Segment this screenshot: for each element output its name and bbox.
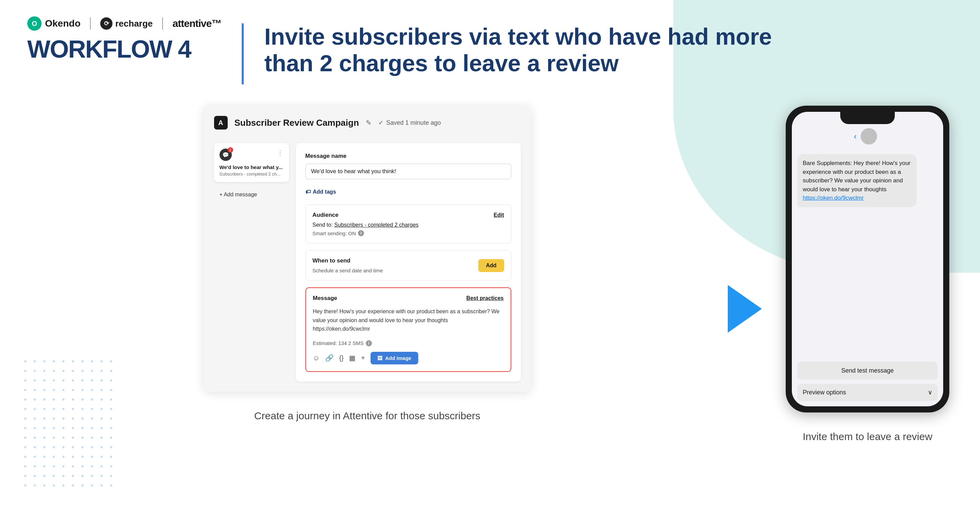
attentive-sidebar: 💬 2 We'd love to hear what y... Subscrib… [214, 143, 289, 381]
emoji-icon[interactable]: ☺ [313, 354, 320, 362]
message-name-label: Message name [305, 153, 511, 159]
message-body: Hey there! How's your experience with ou… [313, 307, 504, 333]
sidebar-message-card[interactable]: 💬 2 We'd love to hear what y... Subscrib… [214, 143, 289, 182]
audience-edit-link[interactable]: Edit [493, 212, 504, 218]
right-panel: ‹ Bare Supplements: Hey there! How's you… [782, 106, 953, 444]
header-title: Invite subscribers via text who have had… [264, 16, 810, 76]
message-section: Message Best practices Hey there! How's … [305, 287, 511, 372]
sidebar-message-sub: Subscribers - completed 2 ch... [220, 172, 283, 177]
audience-title: Audience [313, 212, 339, 218]
attentive-logo-icon: A [214, 116, 228, 129]
send-test-message-button[interactable]: Send test message [797, 362, 938, 380]
phone-back-icon[interactable]: ‹ [854, 132, 857, 141]
phone-mockup: ‹ Bare Supplements: Hey there! How's you… [786, 106, 949, 412]
main-content: A Subscriber Review Campaign ✎ ✓ Saved 1… [0, 106, 980, 444]
recharge-logo: ⟳ recharge [100, 18, 153, 30]
best-practices-link[interactable]: Best practices [466, 295, 503, 301]
audience-segment-link[interactable]: Subscribers - completed 2 charges [334, 222, 418, 228]
logo-divider-2 [162, 18, 163, 30]
smart-sending-info-icon[interactable]: i [358, 230, 364, 236]
check-icon: ✓ [379, 119, 383, 126]
add-tags-section: 🏷 Add tags [305, 189, 511, 195]
header-left: O Okendo ⟳ recharge attentive™ WORKFLOW … [27, 16, 221, 61]
attentive-ui-mockup: A Subscriber Review Campaign ✎ ✓ Saved 1… [204, 106, 531, 392]
audience-send-to: Send to: Subscribers - completed 2 charg… [313, 222, 504, 228]
phone-message-link[interactable]: https://oken.do/9cwclmr [803, 195, 864, 201]
phone-header: ‹ [792, 124, 943, 149]
phone-screen: ‹ Bare Supplements: Hey there! How's you… [792, 112, 943, 406]
phone-bottom: Send test message Preview options ∨ [792, 356, 943, 406]
message-box-header: Message Best practices [313, 295, 504, 302]
arrow-section [707, 174, 782, 444]
sidebar-message-icon: 💬 2 [220, 149, 232, 161]
when-to-send-header: When to send [313, 257, 504, 264]
audience-header: Audience Edit [313, 212, 504, 218]
contact-avatar [861, 128, 877, 145]
schedule-text: Schedule a send date and time [313, 267, 504, 273]
saved-status: ✓ Saved 1 minute ago [379, 119, 441, 126]
attentive-header: A Subscriber Review Campaign ✎ ✓ Saved 1… [214, 116, 521, 135]
caption-left: Create a journey in Attentive for those … [254, 409, 480, 423]
when-to-send-section: When to send Schedule a send date and ti… [305, 250, 511, 280]
recharge-label: recharge [115, 18, 153, 29]
campaign-title: Subscriber Review Campaign [234, 118, 359, 128]
message-title: Message [313, 295, 337, 302]
audience-section: Audience Edit Send to: Subscribers - com… [305, 205, 511, 244]
chevron-down-icon: ∨ [928, 388, 932, 396]
add-tags-link[interactable]: 🏷 Add tags [305, 189, 511, 195]
add-schedule-button[interactable]: Add [478, 259, 504, 272]
okendo-icon: O [27, 16, 41, 31]
image-placeholder-icon[interactable]: ▦ [349, 354, 356, 362]
logo-divider [90, 18, 91, 30]
sidebar-more-icon[interactable]: ⋮ [277, 149, 283, 157]
phone-notch [840, 112, 895, 124]
add-icon[interactable]: + [361, 354, 365, 362]
estimate-info-icon[interactable]: i [366, 340, 372, 346]
attentive-label: attentive™ [172, 18, 221, 29]
phone-message-bubble: Bare Supplements: Hey there! How's your … [797, 154, 916, 207]
message-name-section: Message name [305, 153, 511, 179]
recharge-icon: ⟳ [100, 18, 113, 30]
saved-text: Saved 1 minute ago [386, 119, 441, 126]
message-toolbar: ☺ 🔗 {} ▦ + 🖼 Add image [313, 352, 504, 365]
add-message-button[interactable]: + Add message [214, 188, 263, 202]
edit-title-icon[interactable]: ✎ [366, 119, 372, 127]
sidebar-message-name: We'd love to hear what y... [220, 164, 283, 170]
attentive-form: Message name 🏷 Add tags Audience [296, 143, 521, 381]
tag-icon: 🏷 [305, 189, 311, 195]
add-image-button[interactable]: 🖼 Add image [371, 352, 418, 365]
logo-row: O Okendo ⟳ recharge attentive™ [27, 16, 221, 31]
preview-options-button[interactable]: Preview options ∨ [797, 384, 938, 401]
okendo-logo: O Okendo [27, 16, 80, 31]
okendo-label: Okendo [45, 18, 80, 29]
code-icon[interactable]: {} [339, 354, 344, 362]
sidebar-message-badge: 2 [228, 147, 233, 153]
image-icon: 🖼 [377, 355, 382, 361]
attentive-logo: attentive™ [172, 18, 221, 29]
caption-right: Invite them to leave a review [782, 430, 953, 444]
message-name-input[interactable] [305, 164, 511, 179]
add-tags-label: Add tags [313, 189, 336, 195]
workflow-label: WORKFLOW 4 [27, 37, 221, 61]
left-panel: A Subscriber Review Campaign ✎ ✓ Saved 1… [27, 106, 707, 444]
audience-smart-sending: Smart sending: ON i [313, 230, 504, 236]
right-arrow-icon [728, 285, 762, 333]
header-divider [242, 23, 244, 84]
message-footer: Estimated: 134 2 SMS i [313, 340, 504, 346]
phone-messages: Bare Supplements: Hey there! How's your … [792, 149, 943, 356]
attentive-body: 💬 2 We'd love to hear what y... Subscrib… [214, 143, 521, 381]
message-estimate: Estimated: 134 2 SMS i [313, 340, 372, 346]
link-icon[interactable]: 🔗 [325, 354, 334, 362]
header: O Okendo ⟳ recharge attentive™ WORKFLOW … [0, 0, 980, 84]
when-to-send-title: When to send [313, 257, 350, 264]
